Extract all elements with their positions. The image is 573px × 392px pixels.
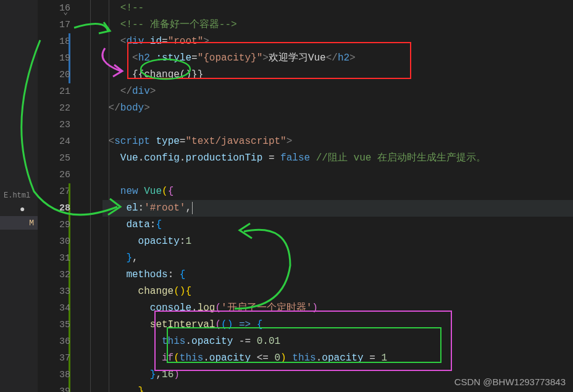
code-line[interactable]: <script type="text/javascript"> — [102, 133, 573, 150]
code-line[interactable]: <div id="root"> — [102, 33, 573, 50]
code-editor[interactable]: 16⌄ 17 18 19 20 21 22 23 24 25 26 27 28 … — [38, 0, 573, 392]
code-line[interactable]: opacity:1 — [102, 233, 573, 250]
code-line[interactable]: console.log('开启了一个定时器') — [102, 300, 573, 317]
code-line[interactable]: methods: { — [102, 267, 573, 283]
code-line[interactable]: new Vue({ — [102, 183, 573, 200]
code-line[interactable]: {{change()}} — [102, 67, 573, 83]
code-line[interactable] — [102, 167, 573, 183]
code-line[interactable] — [102, 117, 573, 133]
file-dirty-dot: ● — [0, 202, 38, 216]
code-line[interactable]: </div> — [102, 83, 573, 100]
code-line[interactable]: },16) — [102, 367, 573, 383]
text-cursor — [192, 202, 193, 214]
file-modified-indicator[interactable]: M — [0, 216, 38, 230]
code-line[interactable]: <!-- — [102, 0, 573, 17]
code-line[interactable]: this.opacity -= 0.01 — [102, 333, 573, 350]
line-number-gutter: 16⌄ 17 18 19 20 21 22 23 24 25 26 27 28 … — [38, 0, 84, 392]
code-line[interactable]: <h2 :style="{opacity}">欢迎学习Vue</h2> — [102, 50, 573, 67]
code-line[interactable]: } — [102, 383, 573, 392]
code-line[interactable]: <!-- 准备好一个容器--> — [102, 17, 573, 33]
code-line[interactable]: setInterval(() => { — [102, 317, 573, 333]
code-line[interactable]: if(this.opacity <= 0) this.opacity = 1 — [102, 350, 573, 367]
file-item[interactable]: E.html — [0, 189, 38, 202]
editor-container: E.html ● M 16⌄ 17 18 19 20 21 22 23 24 2… — [0, 0, 573, 392]
code-line-current[interactable]: el:'#root', — [102, 200, 573, 217]
code-line[interactable]: </body> — [102, 100, 573, 117]
code-line[interactable]: data:{ — [102, 217, 573, 233]
code-line[interactable]: Vue.config.productionTip = false //阻止 vu… — [102, 150, 573, 167]
code-content[interactable]: <!-- <!-- 准备好一个容器--> <div id="root"> <h2… — [84, 0, 573, 392]
code-line[interactable]: change(){ — [102, 283, 573, 300]
code-line[interactable]: }, — [102, 250, 573, 267]
file-explorer-sidebar: E.html ● M — [0, 0, 38, 392]
